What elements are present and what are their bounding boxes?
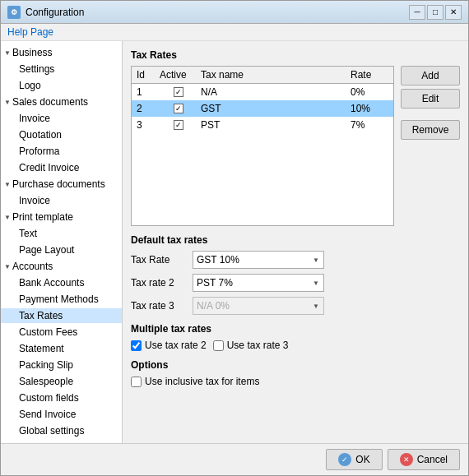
ok-button[interactable]: ✓ OK (326, 449, 382, 470)
tax-rate-2-row: Tax rate 2 PST 7% GST 10% N/A 0% (131, 274, 460, 292)
table-body: 1 N/A 0% 2 (132, 84, 393, 133)
use-tax-rate-2-checkbox[interactable] (131, 340, 142, 351)
sidebar-item-text[interactable]: Text (1, 225, 122, 242)
sidebar-group-business[interactable]: ▼ Business (1, 44, 122, 61)
multiple-tax-section: Multiple tax rates Use tax rate 2 Use ta… (131, 323, 460, 351)
checkbox-icon (174, 120, 183, 130)
title-bar-buttons: ─ □ ✕ (409, 5, 462, 20)
row-id: 1 (135, 85, 158, 99)
cancel-button[interactable]: ✕ Cancel (388, 449, 460, 470)
sidebar-item-global-settings[interactable]: Global settings (1, 423, 122, 439)
sidebar-item-salespeople[interactable]: Salespeople (1, 373, 122, 390)
tax-rate-2-select[interactable]: PST 7% GST 10% N/A 0% (193, 274, 324, 292)
sales-label: Sales documents (12, 96, 88, 108)
arrow-icon: ▼ (4, 263, 11, 270)
table-row[interactable]: 2 GST 10% (132, 100, 393, 117)
main-window: ⚙ Configuration ─ □ ✕ Help Page ▼ Busine… (0, 0, 469, 476)
print-group-label: ▼ Print template (1, 210, 122, 224)
tax-rate-3-label: Tax rate 3 (131, 300, 193, 312)
sidebar-item-purchase-invoice[interactable]: Invoice (1, 192, 122, 209)
sidebar-item-custom-fields[interactable]: Custom fields (1, 390, 122, 406)
content-area: ▼ Business Settings Logo ▼ Sales documen… (1, 41, 468, 443)
checkbox-icon (174, 87, 183, 97)
row-active-checkbox[interactable] (158, 102, 199, 115)
sidebar-item-proforma[interactable]: Proforma (1, 143, 122, 159)
use-tax-rate-2-label: Use tax rate 2 (145, 340, 207, 351)
sidebar-item-tax-rates[interactable]: Tax Rates (1, 307, 122, 324)
sidebar-item-settings[interactable]: Settings (1, 61, 122, 77)
accounts-group-label: ▼ Accounts (1, 259, 122, 274)
tax-rate-3-select[interactable]: N/A 0% (193, 297, 324, 315)
sidebar-item-page-layout[interactable]: Page Layout (1, 242, 122, 258)
window-title: Configuration (26, 7, 409, 18)
row-rate: 7% (349, 118, 390, 132)
cancel-icon: ✕ (400, 453, 413, 466)
tax-rate-select-wrapper: GST 10% PST 7% N/A 0% (193, 251, 324, 269)
sidebar-item-statement[interactable]: Statement (1, 340, 122, 357)
multiple-tax-title: Multiple tax rates (131, 323, 460, 335)
sidebar-item-sales-invoice[interactable]: Invoice (1, 110, 122, 127)
sidebar-item-credit-invoice[interactable]: Credit Invoice (1, 159, 122, 176)
sidebar-item-bank-accounts[interactable]: Bank Accounts (1, 275, 122, 291)
row-rate: 0% (349, 85, 390, 99)
table-row[interactable]: 1 N/A 0% (132, 84, 393, 100)
sidebar-item-send-invoice[interactable]: Send Invoice (1, 406, 122, 423)
title-bar: ⚙ Configuration ─ □ ✕ (1, 1, 468, 24)
tax-rates-table: Id Active Tax name Rate 1 N/A (131, 66, 394, 226)
row-active-checkbox[interactable] (158, 118, 199, 132)
help-page-link[interactable]: Help Page (7, 26, 53, 38)
cancel-label: Cancel (417, 454, 448, 465)
row-name: GST (199, 102, 349, 115)
tax-rate-3-select-wrapper: N/A 0% (193, 297, 324, 315)
use-tax-rate-3-checkbox[interactable] (213, 340, 224, 351)
maximize-button[interactable]: □ (427, 5, 443, 20)
arrow-icon: ▼ (4, 49, 11, 57)
options-row: Use inclusive tax for items (131, 376, 460, 387)
business-label: Business (12, 47, 53, 58)
minimize-button[interactable]: ─ (409, 5, 425, 20)
sidebar-item-quotation[interactable]: Quotation (1, 127, 122, 143)
tax-rate-2-label: Tax rate 2 (131, 277, 193, 289)
table-row[interactable]: 3 PST 7% (132, 117, 393, 133)
close-button[interactable]: ✕ (445, 5, 462, 20)
use-tax-rate-3-item: Use tax rate 3 (213, 340, 289, 351)
action-buttons: Add Edit Remove (401, 66, 460, 226)
edit-button[interactable]: Edit (401, 89, 460, 109)
window-icon: ⚙ (7, 6, 21, 19)
checkbox-icon (174, 104, 183, 113)
tax-rate-3-row: Tax rate 3 N/A 0% (131, 297, 460, 315)
tax-rate-select[interactable]: GST 10% PST 7% N/A 0% (193, 251, 324, 269)
sidebar-group-accounts[interactable]: ▼ Accounts (1, 258, 122, 275)
col-active: Active (158, 68, 199, 81)
sidebar: ▼ Business Settings Logo ▼ Sales documen… (1, 41, 123, 443)
row-rate: 10% (349, 102, 390, 115)
purchase-label: Purchase documents (12, 178, 105, 190)
sales-group-label: ▼ Sales documents (1, 95, 122, 109)
add-button[interactable]: Add (401, 66, 460, 85)
sidebar-group-sales[interactable]: ▼ Sales documents (1, 94, 122, 110)
arrow-icon: ▼ (4, 181, 11, 188)
ok-label: OK (355, 454, 369, 465)
sidebar-group-purchase[interactable]: ▼ Purchase documents (1, 176, 122, 192)
options-section: Options Use inclusive tax for items (131, 359, 460, 387)
sidebar-item-custom-fees[interactable]: Custom Fees (1, 324, 122, 340)
col-rate: Rate (349, 68, 390, 81)
remove-button[interactable]: Remove (401, 120, 460, 140)
sidebar-item-packing-slip[interactable]: Packing Slip (1, 357, 122, 373)
ok-icon: ✓ (338, 453, 351, 466)
inclusive-tax-checkbox[interactable] (131, 377, 142, 387)
sidebar-group-print[interactable]: ▼ Print template (1, 209, 122, 225)
sidebar-item-payment-methods[interactable]: Payment Methods (1, 291, 122, 307)
tax-rates-section: Id Active Tax name Rate 1 N/A (131, 66, 460, 226)
tax-rate-label: Tax Rate (131, 254, 193, 266)
col-id: Id (135, 68, 158, 81)
multiple-tax-row: Use tax rate 2 Use tax rate 3 (131, 340, 460, 351)
tax-rate-row: Tax Rate GST 10% PST 7% N/A 0% (131, 251, 460, 269)
business-group-label: ▼ Business (1, 45, 122, 60)
row-active-checkbox[interactable] (158, 85, 199, 99)
sidebar-item-logo[interactable]: Logo (1, 77, 122, 94)
accounts-label: Accounts (12, 261, 53, 272)
row-id: 3 (135, 118, 158, 132)
tax-rate-2-select-wrapper: PST 7% GST 10% N/A 0% (193, 274, 324, 292)
menu-bar: Help Page (1, 24, 468, 41)
